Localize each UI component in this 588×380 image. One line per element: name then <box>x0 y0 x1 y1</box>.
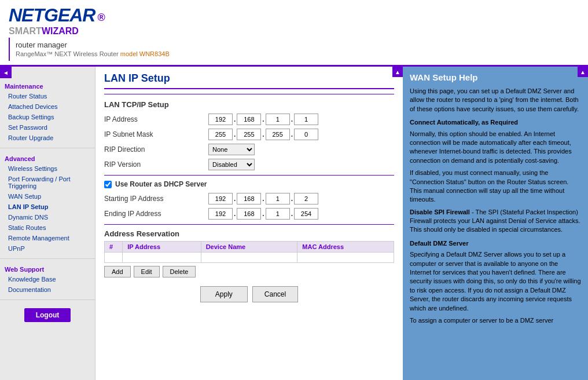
ip-address-group: . . . <box>208 114 318 125</box>
sidebar-item-upnp[interactable]: UPnP <box>0 243 95 254</box>
help-connect-auto-text: Normally, this option should be enabled.… <box>410 130 581 166</box>
table-header-device: Device Name <box>201 242 297 253</box>
delete-button[interactable]: Delete <box>163 266 196 277</box>
rip-version-row: RIP Version Disabled RIP-1 RIP-2 <box>104 159 394 170</box>
smart-text: SMART <box>9 26 42 36</box>
sidebar-item-static-routes[interactable]: Static Routes <box>0 222 95 233</box>
starting-ip-group: . . . <box>208 193 318 204</box>
starting-oct4[interactable] <box>294 193 318 204</box>
brand-logo: NETGEAR <box>9 5 95 26</box>
starting-ip-label: Starting IP Address <box>104 195 208 203</box>
subnet-oct2[interactable] <box>237 129 261 140</box>
sidebar-item-lan-ip-setup[interactable]: LAN IP Setup <box>0 202 95 212</box>
ip-oct4[interactable] <box>294 114 318 125</box>
table-header-mac: MAC Address <box>297 242 394 253</box>
rip-direction-row: RIP Direction None Both In Only Out Only <box>104 144 394 155</box>
ip-oct1[interactable] <box>208 114 233 125</box>
table-actions: Add Edit Delete <box>104 266 394 277</box>
rip-version-select[interactable]: Disabled RIP-1 RIP-2 <box>208 159 255 170</box>
help-connect-auto-text2: If disabled, you must connect manually, … <box>410 169 581 204</box>
help-connect-auto-title: Connect Automatically, as Required <box>410 118 581 127</box>
sidebar-item-attached-devices[interactable]: Attached Devices <box>0 101 95 112</box>
rip-direction-select[interactable]: None Both In Only Out Only <box>208 144 255 155</box>
sidebar: ◄ Maintenance Router Status Attached Dev… <box>0 67 95 380</box>
apply-button[interactable]: Apply <box>200 286 248 302</box>
main-content: ▲ LAN IP Setup LAN TCP/IP Setup IP Addre… <box>95 67 403 380</box>
subnet-mask-label: IP Subnet Mask <box>104 130 208 138</box>
sidebar-item-port-forwarding[interactable]: Port Forwarding / Port Triggering <box>0 174 95 191</box>
sidebar-item-documentation[interactable]: Documentation <box>0 284 95 295</box>
subnet-mask-row: IP Subnet Mask . . . <box>104 129 394 140</box>
web-support-title: Web Support <box>0 264 95 274</box>
sidebar-item-backup-settings[interactable]: Backup Settings <box>0 112 95 122</box>
advanced-title: Advanced <box>0 153 95 163</box>
main-layout: ◄ Maintenance Router Status Attached Dev… <box>0 67 588 380</box>
help-panel: ▲ WAN Setup Help Using this page, you ca… <box>403 67 588 380</box>
subnet-oct3[interactable] <box>266 129 290 140</box>
sidebar-item-dynamic-dns[interactable]: Dynamic DNS <box>0 212 95 222</box>
logo-area: NETGEAR ® SMART WIZARD router manager Ra… <box>9 5 170 61</box>
subnet-mask-group: . . . <box>208 129 318 140</box>
dhcp-checkbox-label[interactable]: Use Router as DHCP Server <box>115 180 207 188</box>
sidebar-item-router-upgrade[interactable]: Router Upgrade <box>0 133 95 143</box>
smartwizard-logo: SMART WIZARD <box>9 26 170 36</box>
cancel-button[interactable]: Cancel <box>252 286 298 302</box>
sidebar-item-remote-management[interactable]: Remote Management <box>0 233 95 243</box>
advanced-section: Advanced Wireless Settings Port Forwardi… <box>0 151 95 256</box>
edit-button[interactable]: Edit <box>134 266 160 277</box>
ending-oct1[interactable] <box>208 208 233 220</box>
table-row <box>105 253 394 263</box>
header: NETGEAR ® SMART WIZARD router manager Ra… <box>0 0 588 67</box>
sidebar-item-wan-setup[interactable]: WAN Setup <box>0 191 95 202</box>
subnet-oct1[interactable] <box>208 129 233 140</box>
ending-ip-label: Ending IP Address <box>104 210 208 218</box>
logout-button[interactable]: Logout <box>24 308 71 322</box>
help-dmz-title: Default DMZ Server <box>410 239 581 248</box>
help-intro: Using this page, you can set up a Defaul… <box>410 87 581 114</box>
help-body: Using this page, you can set up a Defaul… <box>410 87 581 325</box>
ip-oct2[interactable] <box>237 114 261 125</box>
help-dmz-text: Specifying a Default DMZ Server allows y… <box>410 250 581 313</box>
ending-oct3[interactable] <box>266 208 290 220</box>
ip-address-row: IP Address . . . <box>104 114 394 125</box>
rip-version-label: RIP Version <box>104 160 208 169</box>
lan-tcp-ip-title: LAN TCP/IP Setup <box>104 100 394 109</box>
help-scroll-top[interactable]: ▲ <box>578 67 588 77</box>
help-spi-text: Disable SPI Firewall - The SPI (Stateful… <box>410 208 581 235</box>
ip-address-label: IP Address <box>104 115 208 123</box>
reservation-table: # IP Address Device Name MAC Address <box>104 241 394 263</box>
help-dmz-text2: To assign a computer or server to be a D… <box>410 316 581 325</box>
subnet-oct4[interactable] <box>294 129 318 140</box>
ending-ip-group: . . . <box>208 208 318 220</box>
rip-direction-label: RIP Direction <box>104 145 208 154</box>
page-title: LAN IP Setup <box>104 72 394 89</box>
scroll-top-button[interactable]: ▲ <box>392 67 403 77</box>
ending-ip-row: Ending IP Address . . . <box>104 208 394 220</box>
table-header-num: # <box>105 242 123 253</box>
starting-oct1[interactable] <box>208 193 233 204</box>
help-spi-title: Disable SPI Firewall <box>410 209 470 215</box>
sidebar-item-wireless-settings[interactable]: Wireless Settings <box>0 163 95 174</box>
starting-ip-row: Starting IP Address . . . <box>104 193 394 204</box>
sidebar-item-knowledge-base[interactable]: Knowledge Base <box>0 274 95 284</box>
add-button[interactable]: Add <box>104 266 131 277</box>
ip-oct3[interactable] <box>266 114 290 125</box>
dhcp-checkbox-row: Use Router as DHCP Server <box>104 180 394 188</box>
maintenance-title: Maintenance <box>0 81 95 91</box>
sidebar-item-set-password[interactable]: Set Password <box>0 122 95 133</box>
help-title: WAN Setup Help <box>410 72 581 82</box>
starting-oct2[interactable] <box>237 193 261 204</box>
sidebar-item-router-status[interactable]: Router Status <box>0 91 95 101</box>
web-support-section: Web Support Knowledge Base Documentation <box>0 261 95 297</box>
content-area: ▲ LAN IP Setup LAN TCP/IP Setup IP Addre… <box>95 67 588 380</box>
router-manager-text: router manager <box>16 41 170 49</box>
address-reservation-title: Address Reservation <box>104 229 394 238</box>
bottom-actions: Apply Cancel <box>104 286 394 302</box>
ending-oct2[interactable] <box>237 208 261 220</box>
maintenance-section: Maintenance Router Status Attached Devic… <box>0 78 95 145</box>
starting-oct3[interactable] <box>266 193 290 204</box>
dhcp-checkbox[interactable] <box>104 181 112 188</box>
sidebar-toggle[interactable]: ◄ <box>0 67 12 78</box>
table-header-ip: IP Address <box>123 242 201 253</box>
ending-oct4[interactable] <box>294 208 318 220</box>
